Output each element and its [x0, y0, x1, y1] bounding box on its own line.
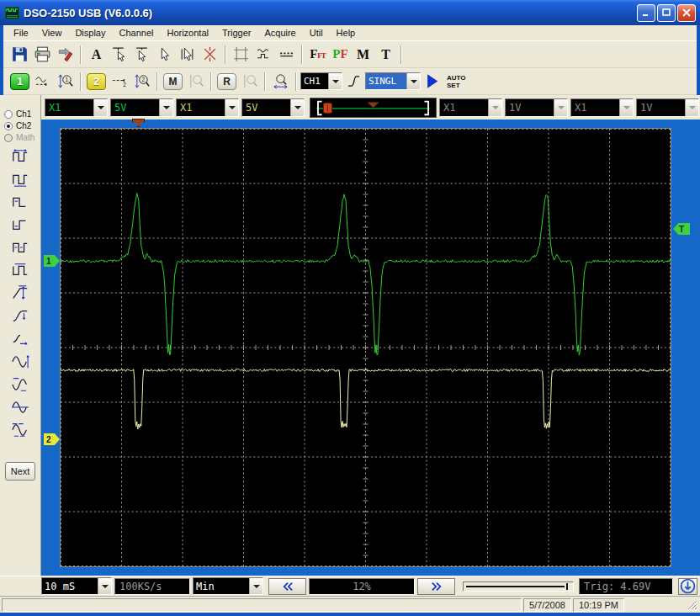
fft-button[interactable]: FFT — [306, 44, 329, 66]
separator — [264, 72, 266, 91]
ch2-volts-combo[interactable]: 5V — [241, 98, 305, 117]
trigger-level-marker[interactable]: T — [673, 223, 690, 235]
menu-item-trigger[interactable]: Trigger — [215, 26, 257, 40]
dropdown-arrow-icon[interactable] — [290, 99, 304, 116]
measure-button[interactable]: M — [352, 44, 374, 66]
ch2-icon: 2 — [87, 73, 106, 90]
track-cursor-button[interactable] — [176, 44, 199, 66]
duty-cycle-button[interactable] — [4, 238, 36, 259]
envelope-button[interactable] — [252, 44, 275, 66]
channel-radio-ch2[interactable]: Ch2 — [4, 121, 40, 130]
start-button[interactable] — [421, 71, 443, 93]
scope-display[interactable] — [60, 128, 671, 567]
scroll-right-button[interactable] — [417, 578, 455, 595]
dropdown-arrow-icon[interactable] — [249, 578, 262, 594]
menu-item-acquire[interactable]: Acquire — [257, 26, 302, 40]
ch1-enable-button[interactable]: 1 — [8, 71, 31, 93]
negative-width-button[interactable] — [4, 215, 36, 236]
horizontal-cursor-button[interactable] — [108, 44, 130, 66]
ref-icon: R — [217, 73, 236, 90]
math-zoom-icon — [188, 73, 204, 89]
frequency-button[interactable] — [4, 170, 36, 191]
vertical-cursor-button[interactable] — [130, 44, 153, 66]
delay-button[interactable] — [4, 329, 36, 350]
menu-item-view[interactable]: View — [35, 26, 69, 40]
menu-item-util[interactable]: Util — [303, 26, 330, 40]
ref-enable-button[interactable]: R — [215, 71, 238, 93]
dropdown-arrow-icon[interactable] — [98, 578, 111, 594]
pass-fail-button[interactable]: PF — [329, 44, 352, 66]
menu-item-file[interactable]: File — [7, 26, 35, 40]
timebase-combo[interactable]: 10 mS — [41, 577, 112, 595]
autoset-button[interactable]: AUTOSET — [447, 74, 466, 89]
rise-time-icon — [9, 284, 31, 301]
resize-grip-icon[interactable] — [687, 599, 698, 611]
ch1-volts-combo[interactable]: 5V — [110, 98, 173, 117]
dropdown-arrow-icon[interactable] — [159, 99, 172, 116]
mean-button[interactable] — [4, 397, 36, 418]
persistence-button[interactable] — [275, 44, 298, 66]
refresh-button[interactable] — [678, 578, 697, 595]
horizontal-position-slider[interactable] — [310, 98, 437, 118]
trigger-level-slider[interactable] — [463, 581, 574, 592]
ch1-position-marker[interactable]: 1 — [44, 255, 60, 267]
menu-item-horizontal[interactable]: Horizontal — [160, 26, 215, 40]
svg-text:2: 2 — [142, 77, 146, 82]
ch2-position-button[interactable]: 2 — [108, 71, 130, 93]
cycle-rms-icon — [9, 421, 31, 438]
text-annotation-button[interactable]: A — [85, 44, 108, 66]
channel-radio-ch1[interactable]: Ch1 — [4, 109, 40, 119]
burst-button[interactable] — [4, 261, 36, 282]
close-button[interactable] — [677, 4, 696, 22]
print-button[interactable] — [31, 44, 54, 66]
next-page-button[interactable]: Next — [5, 462, 35, 481]
text-marker-button[interactable]: T — [374, 44, 397, 66]
acquisition-combo[interactable]: Min — [193, 577, 263, 595]
slider-thumb[interactable] — [566, 583, 568, 590]
trigger-mode-combo[interactable]: SINGL — [365, 72, 421, 90]
trigger-position-marker[interactable] — [132, 119, 145, 127]
math-zoom-button[interactable] — [184, 71, 207, 93]
setup-button[interactable] — [54, 44, 77, 66]
separator — [301, 45, 303, 64]
clear-cursor-button[interactable] — [199, 44, 221, 66]
peak-peak-button[interactable] — [4, 374, 36, 396]
positive-width-button[interactable] — [4, 193, 36, 214]
period-button[interactable] — [4, 147, 36, 168]
ch1-zoom-button[interactable]: 1 — [54, 71, 77, 93]
dropdown-arrow-icon[interactable] — [93, 99, 107, 116]
trigger-source-combo[interactable]: CH1 — [300, 72, 342, 90]
rise-time-button[interactable] — [4, 284, 36, 305]
status-time: 10:19 PM — [573, 598, 624, 612]
measurement-panel: Ch1Ch2Math Next — [0, 95, 41, 576]
maximize-button[interactable] — [657, 4, 676, 22]
scroll-left-button[interactable] — [268, 578, 306, 595]
amplitude-icon — [9, 353, 31, 369]
dropdown-arrow-icon[interactable] — [225, 99, 238, 116]
separator — [400, 45, 402, 64]
menu-item-help[interactable]: Help — [330, 26, 363, 40]
pointer-button[interactable] — [153, 44, 176, 66]
amplitude-button[interactable] — [4, 352, 36, 373]
grid-button[interactable] — [230, 44, 252, 66]
trigger-slope-button[interactable] — [342, 71, 365, 93]
fall-time-button[interactable] — [4, 306, 36, 327]
menu-item-display[interactable]: Display — [68, 26, 112, 40]
minimize-button[interactable] — [637, 4, 655, 22]
math-enable-button[interactable]: M — [162, 71, 184, 93]
ch2-position-marker[interactable]: 2 — [44, 433, 60, 445]
ch1-position-button[interactable] — [31, 71, 54, 93]
ch2-enable-button[interactable]: 2 — [85, 71, 108, 93]
ch1-attenuation-combo[interactable]: X1 — [45, 98, 108, 117]
ch2-zoom-button[interactable]: 2 — [130, 71, 153, 93]
cycle-rms-button[interactable] — [4, 420, 36, 441]
dropdown-arrow-icon[interactable] — [406, 73, 420, 89]
ref-zoom-button[interactable] — [238, 71, 261, 93]
math-icon: M — [163, 73, 183, 90]
ch1-vertical-zoom-icon: 1 — [57, 73, 73, 89]
dropdown-arrow-icon[interactable] — [328, 73, 342, 89]
save-button[interactable] — [8, 44, 31, 66]
ch2-attenuation-combo[interactable]: X1 — [176, 98, 239, 117]
menu-item-channel[interactable]: Channel — [112, 26, 160, 40]
horizontal-zoom-button[interactable] — [269, 71, 292, 93]
